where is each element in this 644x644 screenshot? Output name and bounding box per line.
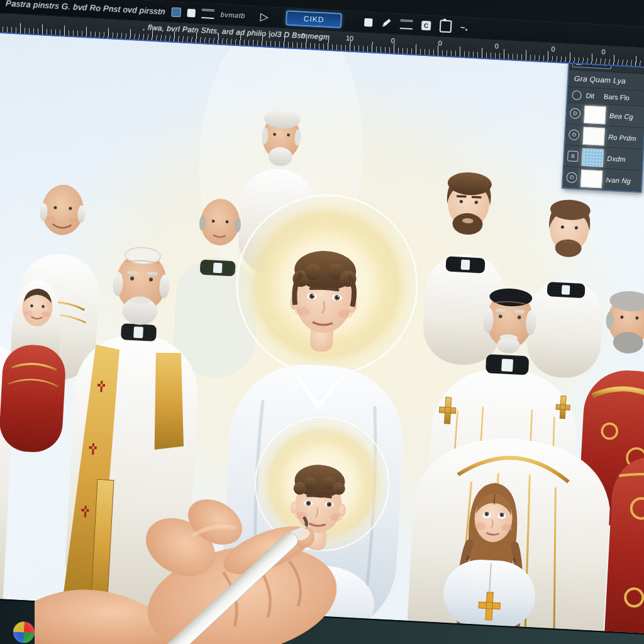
color-wheel-icon[interactable] bbox=[13, 621, 35, 644]
ruler-number: 0 bbox=[391, 36, 396, 44]
clipboard-icon[interactable] bbox=[440, 19, 452, 33]
column-icon-label: Dit bbox=[586, 92, 594, 100]
layer-label: Bea Cg bbox=[609, 111, 633, 120]
scribble-icon: ~․ bbox=[460, 23, 469, 33]
run-button[interactable]: CIKD bbox=[286, 10, 342, 28]
white-square-icon[interactable] bbox=[187, 8, 196, 17]
c-badge-icon[interactable]: C bbox=[421, 20, 431, 30]
layer-badge-icon[interactable]: B bbox=[567, 150, 579, 162]
menu-text[interactable]: Pastra pinstrs G. bvd Ro Pnst ovd pirsst… bbox=[6, 0, 166, 16]
layer-swatch[interactable] bbox=[582, 148, 604, 167]
layer-row[interactable]: O Ivan Ng bbox=[563, 167, 642, 192]
window-icon[interactable] bbox=[104, 626, 130, 644]
layers-panel: Brusl 1 Gra Quam Lya Dit Bars Flo D Bea … bbox=[562, 52, 644, 192]
double-lines-icon-2[interactable] bbox=[400, 19, 413, 29]
tool-label: bvmatb bbox=[220, 11, 245, 19]
layer-badge-icon[interactable]: D bbox=[570, 108, 581, 119]
ruler-number: 0 bbox=[301, 32, 306, 40]
layer-label: Dxdm bbox=[607, 154, 626, 163]
monitor-screen: Pastra pinstrs G. bvd Ro Pnst ovd pirsst… bbox=[0, 0, 644, 644]
layer-badge-icon[interactable]: O bbox=[569, 129, 580, 140]
canvas-painting[interactable] bbox=[0, 33, 644, 635]
layer-label: Ro Prdm bbox=[608, 133, 636, 142]
layer-swatch[interactable] bbox=[584, 105, 606, 124]
visibility-icon[interactable] bbox=[572, 90, 582, 100]
figure-small-boy bbox=[243, 409, 397, 636]
ruler-number: 0 bbox=[601, 48, 606, 55]
ruler-number: 0 bbox=[551, 45, 555, 53]
layer-swatch[interactable] bbox=[582, 126, 604, 145]
canvas-area[interactable]: Brusl 1 Gra Quam Lya Dit Bars Flo D Bea … bbox=[0, 33, 644, 635]
layer-label: Ivan Ng bbox=[606, 175, 631, 184]
blue-square-icon[interactable] bbox=[171, 7, 181, 17]
white-square-icon-2[interactable] bbox=[364, 18, 373, 26]
column-value-label: Bars Flo bbox=[604, 92, 630, 101]
pen-icon[interactable] bbox=[381, 18, 392, 28]
play-icon[interactable]: ▷ bbox=[260, 11, 269, 23]
ruler-number: 0 bbox=[494, 42, 499, 50]
page: { "app": { "menubar": { "menu_text": "Pa… bbox=[0, 0, 644, 644]
layer-badge-icon[interactable]: O bbox=[566, 172, 577, 183]
double-lines-icon[interactable] bbox=[201, 9, 214, 19]
ruler-number: 10 bbox=[346, 34, 354, 42]
ruler-number: 0 bbox=[438, 39, 442, 47]
layer-swatch[interactable] bbox=[580, 169, 602, 188]
menubar-icon-cluster: C ~․ bbox=[364, 16, 469, 34]
